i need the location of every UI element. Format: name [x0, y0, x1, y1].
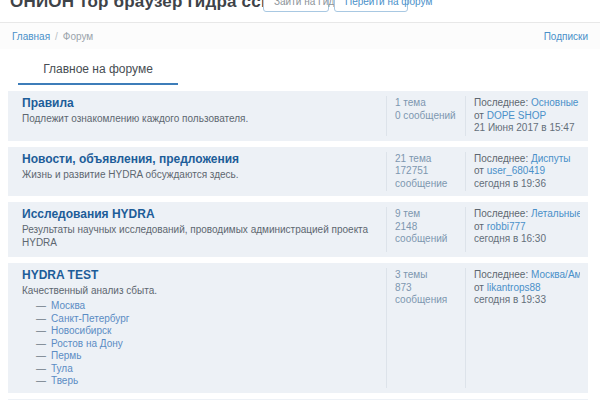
subscriptions-link[interactable]: Подписки	[544, 31, 588, 42]
subforum-link[interactable]: Санкт-Петербург	[51, 313, 129, 324]
subforum-link[interactable]: Ростов на Дону	[51, 338, 123, 349]
breadcrumb-bar: Главная / Форум Подписки	[0, 22, 600, 49]
subforum-item: —Новосибирск	[36, 325, 372, 338]
messages-count: 873 сообщения	[395, 282, 457, 307]
last-topic-link[interactable]: Основные пол...	[531, 97, 580, 108]
last-from-label: от	[474, 165, 487, 176]
dash-icon: —	[36, 375, 46, 386]
forum-row: Правила Подлежит ознакомлению каждого по…	[8, 91, 588, 141]
subforum-list: —Москва—Санкт-Петербург—Новосибирск—Рост…	[22, 300, 372, 388]
messages-count: 2148 сообщений	[395, 221, 457, 246]
forum-rows: Правила Подлежит ознакомлению каждого по…	[8, 91, 588, 400]
last-label: Последнее:	[474, 208, 531, 219]
dash-icon: —	[36, 300, 46, 311]
forum-description: Результаты научных исследований, проводи…	[22, 223, 372, 249]
forum-row-main: HYDRA TEST Качественный анализ сбыта. —М…	[8, 268, 386, 388]
subforum-link[interactable]: Пермь	[51, 350, 81, 361]
last-from-label: от	[474, 110, 487, 121]
last-topic-link[interactable]: Москва/Амфет...	[531, 269, 580, 280]
breadcrumb-separator: /	[55, 31, 58, 42]
messages-count: 172751 сообщение	[395, 165, 457, 190]
dash-icon: —	[36, 325, 46, 336]
topics-count: 3 темы	[395, 269, 457, 282]
messages-count: 0 сообщений	[395, 110, 457, 123]
last-date: сегодня в 19:36	[474, 178, 580, 191]
forum-last-post: Последнее: Москва/Амфет... от likantrops…	[465, 268, 588, 388]
forum-description: Подлежит ознакомлению каждого пользовате…	[22, 112, 372, 125]
forum-row: Новости, объявления, предложения Жизнь и…	[8, 147, 588, 197]
last-user-link[interactable]: likantrops88	[487, 282, 541, 293]
last-from-label: от	[474, 282, 487, 293]
page-header: ОНИОН тор браузер гидра ссылка Зайти на …	[0, 0, 600, 18]
dash-icon: —	[36, 313, 46, 324]
breadcrumb: Главная / Форум	[12, 31, 93, 42]
subforum-item: —Ростов на Дону	[36, 338, 372, 351]
forum-stats: 21 тема 172751 сообщение	[386, 152, 465, 192]
dash-icon: —	[36, 338, 46, 349]
forum-stats: 9 тем 2148 сообщений	[386, 207, 465, 252]
forum-stats: 3 темы 873 сообщения	[386, 268, 465, 388]
subforum-link[interactable]: Москва	[51, 300, 85, 311]
forum-last-post: Последнее: Летальные до... от robbi777 с…	[465, 207, 588, 252]
hydra-site-button[interactable]: Зайти на Гидру	[263, 0, 329, 12]
dash-icon: —	[36, 350, 46, 361]
last-date: сегодня в 16:30	[474, 233, 580, 246]
forum-title-link[interactable]: Правила	[22, 96, 372, 111]
subforum-link[interactable]: Тверь	[51, 375, 78, 386]
last-user-link[interactable]: DOPE SHOP	[487, 110, 546, 121]
forum-row-main: Исследования HYDRA Результаты научных ис…	[8, 207, 386, 252]
last-from-label: от	[474, 221, 487, 232]
forum-stats: 1 тема 0 сообщений	[386, 96, 465, 136]
subforum-link[interactable]: Тула	[51, 363, 73, 374]
topics-count: 1 тема	[395, 97, 457, 110]
subforum-item: —Пермь	[36, 350, 372, 363]
topics-count: 9 тем	[395, 208, 457, 221]
dash-icon: —	[36, 363, 46, 374]
last-topic-link[interactable]: Диспуты	[531, 153, 571, 164]
forum-title-link[interactable]: Новости, объявления, предложения	[22, 152, 372, 167]
forum-row-main: Правила Подлежит ознакомлению каждого по…	[8, 96, 386, 136]
forum-last-post: Последнее: Диспуты от user_680419 сегодн…	[465, 152, 588, 192]
last-topic-link[interactable]: Летальные до...	[531, 208, 580, 219]
topics-count: 21 тема	[395, 153, 457, 166]
last-label: Последнее:	[474, 97, 531, 108]
forum-last-post: Последнее: Основные пол... от DOPE SHOP …	[465, 96, 588, 136]
forum-title-link[interactable]: HYDRA TEST	[22, 268, 372, 283]
tab-forum-main[interactable]: Главное на форуме	[18, 62, 178, 85]
breadcrumb-home-link[interactable]: Главная	[12, 31, 50, 42]
subforum-item: —Москва	[36, 300, 372, 313]
subforum-link[interactable]: Новосибирск	[51, 325, 111, 336]
breadcrumb-current: Форум	[63, 31, 93, 42]
forum-description: Жизнь и развитие HYDRA обсуждаются здесь…	[22, 168, 372, 181]
hydra-forum-button[interactable]: Перейти на форум	[334, 0, 408, 12]
forum-row: Исследования HYDRA Результаты научных ис…	[8, 202, 588, 257]
last-user-link[interactable]: user_680419	[487, 165, 545, 176]
subforum-item: —Тула	[36, 363, 372, 376]
header-buttons: Зайти на Гидру Перейти на форум	[263, 0, 408, 12]
forum-description: Качественный анализ сбыта.	[22, 284, 372, 297]
last-label: Последнее:	[474, 269, 531, 280]
last-label: Последнее:	[474, 153, 531, 164]
forum-row-main: Новости, объявления, предложения Жизнь и…	[8, 152, 386, 192]
subforum-item: —Санкт-Петербург	[36, 313, 372, 326]
forum-row: HYDRA TEST Качественный анализ сбыта. —М…	[8, 263, 588, 393]
last-date: сегодня в 19:33	[474, 294, 580, 307]
last-date: 21 Июня 2017 в 15:47	[474, 122, 580, 135]
subforum-item: —Тверь	[36, 375, 372, 388]
page-title: ОНИОН тор браузер гидра ссылка	[10, 0, 305, 12]
tab-row: Главное на форуме	[18, 59, 600, 85]
last-user-link[interactable]: robbi777	[487, 221, 526, 232]
forum-title-link[interactable]: Исследования HYDRA	[22, 207, 372, 222]
